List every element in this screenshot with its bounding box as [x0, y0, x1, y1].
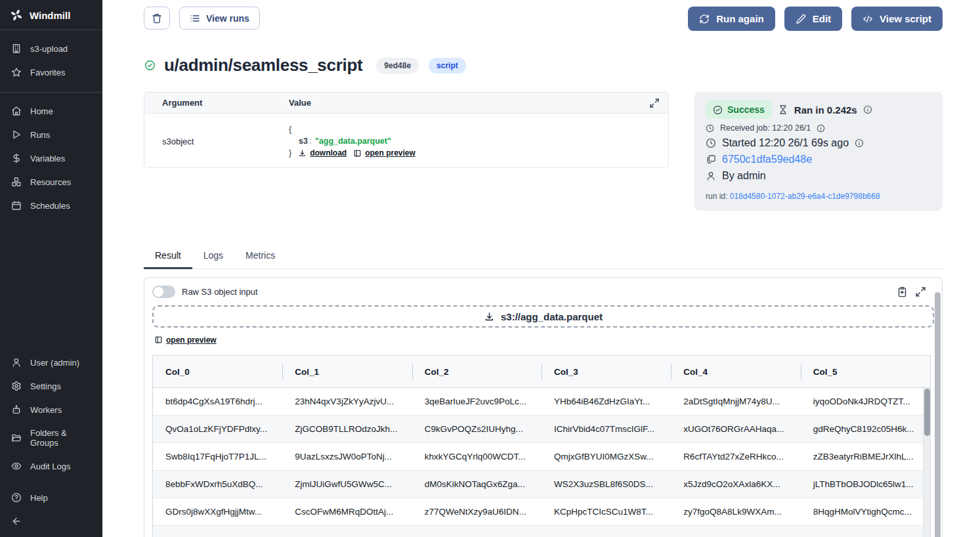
info-icon[interactable]: [863, 105, 872, 114]
column-header[interactable]: Col_4: [671, 367, 800, 377]
pencil-icon: [796, 14, 806, 24]
column-header[interactable]: Col_1: [282, 367, 412, 377]
collapse-sidebar-button[interactable]: [0, 509, 102, 533]
check-circle-icon: [713, 105, 723, 115]
refresh-icon: [699, 14, 710, 24]
table-cell: dM0sKikNOTaqGx6Zga...: [412, 479, 542, 489]
trash-icon: [152, 13, 162, 24]
sidebar-item-variables[interactable]: Variables: [0, 146, 102, 170]
sidebar-item-schedules[interactable]: Schedules: [0, 194, 102, 217]
sidebar-item-audit-logs[interactable]: Audit Logs: [0, 454, 102, 478]
worker-id-link[interactable]: 6750c1dfa59ed48e: [722, 154, 812, 165]
table-cell: R6cfTAYtd27xZeRHkco...: [671, 452, 800, 462]
sidebar-item-favorites[interactable]: Favorites: [0, 60, 102, 84]
brand[interactable]: Windmill: [0, 0, 102, 30]
success-check-icon: [144, 60, 156, 71]
table-row: 8ebbFxWDxrh5uXdBQ... ZjmlJUiGwfU5GWw5C..…: [153, 471, 930, 498]
run-id-link[interactable]: 018d4580-1072-ab29-e6a4-c1de9798b668: [730, 192, 880, 201]
view-script-label: View script: [880, 13, 931, 24]
sidebar-item-label: Schedules: [30, 201, 70, 211]
table-scrollbar-track[interactable]: [923, 388, 930, 537]
column-header[interactable]: Col_2: [412, 367, 542, 377]
sidebar-item-home[interactable]: Home: [0, 99, 102, 123]
tab-logs[interactable]: Logs: [192, 244, 234, 269]
sidebar-pinned-group: s3-upload Favorites: [0, 30, 102, 92]
tab-metrics[interactable]: Metrics: [234, 244, 286, 269]
table-cell: z77QWeNtXzy9aU6IDN...: [412, 507, 542, 517]
table-cell: 8HqgHMolVYtighQcmc...: [801, 507, 930, 517]
tab-result[interactable]: Result: [144, 244, 192, 269]
open-preview-label: open preview: [365, 147, 415, 159]
open-preview-link[interactable]: open preview: [353, 147, 415, 159]
s3-file-label: s3://agg_data.parquet: [501, 311, 603, 322]
result-panel: Raw S3 object input: [144, 277, 943, 537]
brand-name: Windmill: [30, 10, 70, 21]
copy-result-icon[interactable]: [897, 286, 908, 297]
download-link[interactable]: download: [298, 147, 347, 159]
delete-run-button[interactable]: [144, 7, 170, 30]
toggle-knob: [154, 287, 163, 297]
received-job-text: Received job: 12:20 26/1: [720, 123, 811, 133]
arguments-table-header: Argument Value: [144, 93, 668, 114]
sidebar-item-user[interactable]: User (admin): [0, 351, 102, 374]
sidebar-item-folders-groups[interactable]: Folders & Groups: [0, 421, 102, 454]
table-cell: Swb8Iq17FqHjoT7P1JL...: [153, 452, 282, 462]
main-content: View runs Run again Edit: [102, 0, 980, 537]
sidebar-item-label: Settings: [30, 381, 61, 391]
run-id-label: run id:: [706, 192, 727, 201]
table-cell: ZjmlJUiGwfU5GWw5C...: [282, 479, 412, 489]
result-panel-scrollbar[interactable]: [935, 292, 941, 537]
duration-text: Ran in 0.242s: [794, 104, 857, 116]
edit-button[interactable]: Edit: [784, 7, 842, 31]
sidebar-item-workers[interactable]: Workers: [0, 398, 102, 421]
table-cell: zy7fgoQ8A8Lk9WXAm...: [671, 507, 800, 517]
table-row: QvOa1oLzKFjYDFPdlxy... ZjGCOB9TLLROdzoJk…: [153, 416, 930, 443]
expand-result-icon[interactable]: [915, 286, 926, 297]
kind-badge: script: [429, 58, 466, 74]
preview-panel-icon: [154, 335, 163, 344]
sidebar-item-settings[interactable]: Settings: [0, 374, 102, 398]
run-again-button[interactable]: Run again: [688, 7, 775, 31]
run-again-label: Run again: [716, 13, 764, 24]
table-cell: IChirVbid4c07TmscIGlF...: [542, 424, 671, 434]
sidebar-item-help[interactable]: Help: [0, 486, 102, 509]
star-icon: [11, 67, 22, 77]
edit-label: Edit: [813, 13, 831, 24]
argument-column-header: Argument: [144, 98, 289, 108]
raw-s3-toggle[interactable]: [152, 286, 175, 298]
info-icon[interactable]: [855, 139, 864, 148]
table-scrollbar-thumb[interactable]: [924, 389, 930, 436]
table-cell: zZB3eatyrRiBMEJrXlhL...: [801, 452, 930, 462]
windmill-logo-icon: [10, 9, 23, 22]
json-string-value: "agg_data.parquet": [315, 137, 391, 146]
open-preview-link[interactable]: open preview: [154, 335, 217, 345]
status-label: Success: [727, 104, 765, 115]
table-cell: KCpHpcTCIcSCu1W8T...: [542, 507, 671, 517]
column-header[interactable]: Col_3: [542, 367, 671, 377]
sidebar-item-runs[interactable]: Runs: [0, 123, 102, 146]
run-info-panel: Success Ran in 0.242s: [694, 92, 943, 211]
table-cell: 8ebbFxWDxrh5uXdBQ...: [153, 479, 282, 489]
run-toolbar: View runs Run again Edit: [144, 7, 943, 31]
expand-arguments-button[interactable]: [649, 98, 668, 108]
s3-file-download-button[interactable]: s3://agg_data.parquet: [152, 305, 934, 328]
table-cell: C9kGvPOQZs2IUHyhg...: [412, 424, 542, 434]
view-runs-button[interactable]: View runs: [179, 7, 260, 30]
sidebar-item-s3-upload[interactable]: s3-upload: [0, 37, 102, 60]
user-icon: [11, 357, 22, 368]
column-header[interactable]: Col_0: [153, 367, 282, 377]
table-cell: 3qeBarIueJF2uvc9PoLc...: [412, 397, 542, 406]
info-icon[interactable]: [817, 124, 825, 133]
sidebar-item-resources[interactable]: Resources: [0, 170, 102, 194]
clock-icon: [706, 124, 714, 133]
gear-icon: [11, 381, 22, 391]
table-cell: 23hN4qxV3jZkYyAzjvU...: [282, 397, 412, 406]
raw-s3-toggle-label: Raw S3 object input: [182, 287, 258, 297]
column-header[interactable]: Col_5: [801, 367, 930, 377]
view-script-button[interactable]: View script: [851, 7, 943, 31]
script-header: u/admin/seamless_script 9ed48e script: [144, 55, 943, 75]
argument-row: s3object { s3: "agg_data.parquet" }: [144, 114, 668, 167]
json-colon: :: [308, 137, 312, 146]
json-close-brace: }: [289, 147, 291, 159]
download-icon: [484, 311, 495, 322]
